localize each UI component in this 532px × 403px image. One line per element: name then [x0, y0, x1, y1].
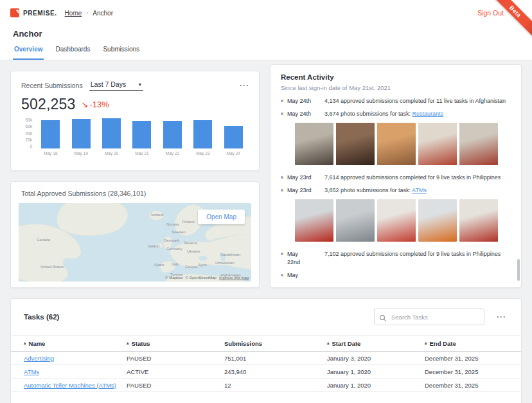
activity-text: 3,674 photo submissions for task: Restau…: [324, 110, 511, 118]
bar[interactable]: [224, 126, 243, 148]
map-label: Canada: [37, 238, 50, 242]
tab-overview[interactable]: Overview: [13, 46, 44, 60]
card-title: Total Approved Submissions (28,346,101): [19, 188, 251, 203]
task-start-date-cell: January 1, 2020: [327, 368, 425, 375]
column-header-label: Submissions: [224, 340, 262, 347]
world-map[interactable]: IcelandNorwayFinlandSwedenCanadaDenmarkB…: [19, 203, 251, 282]
scrollbar-thumb[interactable]: [517, 259, 520, 281]
task-name-link[interactable]: ATMs: [24, 368, 39, 375]
sign-out-link[interactable]: Sign Out: [477, 9, 504, 17]
search-tasks-input[interactable]: [374, 309, 484, 325]
activity-text: 7,102 approved submissions completed for…: [324, 250, 511, 267]
photo-thumbnail[interactable]: [295, 123, 333, 165]
activity-date: May 23rd: [287, 186, 319, 195]
task-start-date-cell: January 3, 2020: [327, 355, 425, 362]
bar-column: May 22: [157, 118, 188, 156]
bar[interactable]: [41, 120, 60, 148]
card-title: Recent Activity: [281, 73, 511, 81]
photo-thumbnail[interactable]: [295, 199, 333, 242]
photo-thumbnail[interactable]: [418, 199, 457, 242]
bar[interactable]: [163, 121, 182, 148]
column-header-label: Status: [132, 340, 150, 347]
tab-submissions[interactable]: Submissions: [102, 46, 141, 60]
photo-thumbnail[interactable]: [336, 123, 375, 165]
task-name-cell: ATMs: [24, 368, 127, 375]
total-submissions-value: 502,253: [21, 96, 76, 113]
bar-track: [218, 118, 249, 148]
photo-thumbnail[interactable]: [377, 199, 416, 242]
delta-badge: ↘ -13%: [82, 100, 109, 109]
photo-thumbnail[interactable]: [377, 123, 416, 165]
activity-date: May 23rd: [287, 174, 319, 182]
activity-task-link[interactable]: ATMs: [412, 187, 427, 193]
tab-dashboards[interactable]: Dashboards: [54, 46, 91, 60]
tasks-card-header: Tasks (62) ⋯: [11, 299, 521, 335]
premise-logo-link[interactable]: PREMISE.: [10, 8, 57, 17]
task-end-date-cell: December 31, 2025: [425, 355, 508, 362]
map-label: Uzbekistan: [215, 261, 235, 265]
x-tick-label: May 19: [74, 151, 87, 156]
bullet-dot: [281, 253, 283, 255]
recent-activity-card: Recent Activity Since last sign-in date …: [270, 64, 522, 288]
photo-thumbnail[interactable]: [336, 199, 375, 242]
photo-row: [295, 123, 511, 165]
column-header-name[interactable]: ▴Name: [24, 340, 127, 347]
breadcrumb-home-link[interactable]: Home: [65, 10, 82, 17]
column-header-status[interactable]: ▴Status: [127, 340, 224, 347]
map-label: Norway: [166, 222, 179, 226]
bar-column: May 23: [188, 118, 218, 156]
map-label: Germany: [166, 247, 182, 251]
map-label: Italy: [172, 262, 179, 266]
open-map-button[interactable]: Open Map: [198, 210, 245, 224]
bar-track: [35, 118, 66, 148]
column-header-end-date[interactable]: ▴End Date: [425, 340, 508, 347]
premise-logo-icon: [10, 8, 19, 17]
map-attribution: © Mapbox © OpenStreetMap Improve this ma…: [165, 276, 249, 280]
column-header-submissions: Submissions: [224, 340, 327, 347]
search-box: [374, 309, 484, 325]
x-tick-label: May 21: [135, 151, 148, 156]
activity-text: 7,614 approved submissions completed for…: [324, 174, 511, 182]
bar-track: [157, 118, 188, 148]
breadcrumb: Home › Anchor: [65, 10, 113, 17]
breadcrumb-separator-icon: ›: [86, 10, 88, 16]
kpi-row: 502,253 ↘ -13%: [21, 96, 249, 113]
photo-thumbnail[interactable]: [418, 123, 457, 165]
photo-thumbnail[interactable]: [459, 123, 498, 165]
last-signin-subtitle: Since last sign-in date of May 21st, 202…: [281, 84, 511, 91]
x-tick-label: May 18: [44, 151, 57, 156]
column-header-start-date[interactable]: ▴Start Date: [327, 340, 425, 347]
activity-date: May: [287, 271, 319, 280]
photo-thumbnail[interactable]: [459, 199, 498, 242]
bar[interactable]: [193, 120, 212, 148]
more-menu-icon[interactable]: ⋯: [239, 82, 249, 89]
map-label: Syria: [198, 263, 207, 267]
bar[interactable]: [72, 119, 91, 148]
more-menu-icon[interactable]: ⋯: [496, 314, 506, 320]
bar-track: [127, 118, 157, 148]
map-label: United States: [40, 265, 64, 269]
page-header: Anchor Overview Dashboards Submissions: [0, 26, 532, 60]
improve-map-link[interactable]: Improve this map: [219, 276, 249, 280]
bullet-dot: [281, 189, 283, 192]
activity-item: May 24th4,134 approved submissions compl…: [281, 97, 511, 105]
task-submissions-cell: 751,001: [224, 355, 327, 362]
activity-task-link[interactable]: Restaurants: [412, 111, 444, 117]
bullet-dot: [281, 100, 283, 102]
bar[interactable]: [102, 118, 121, 148]
map-label: Iceland: [151, 213, 163, 217]
bar-column: May 19: [66, 118, 96, 156]
bar[interactable]: [132, 121, 151, 148]
task-name-link[interactable]: Advertising: [24, 355, 54, 362]
y-tick-label: 40k: [26, 131, 32, 136]
task-name-cell: Automatic Teller Machines (ATMs): [24, 382, 127, 389]
sort-arrow-icon: ▴: [425, 341, 427, 346]
bar-track: [188, 118, 218, 148]
date-range-selector[interactable]: Last 7 Days ▾: [89, 80, 143, 91]
activity-text: 3,852 photo submissions for task: ATMs: [324, 186, 511, 195]
task-status-cell: ACTIVE: [127, 368, 224, 375]
task-name-link[interactable]: Automatic Teller Machines (ATMs): [24, 382, 116, 389]
map-label: Finland: [182, 220, 195, 224]
bar-track: [66, 118, 96, 148]
activity-list: May 24th4,134 approved submissions compl…: [281, 97, 511, 280]
